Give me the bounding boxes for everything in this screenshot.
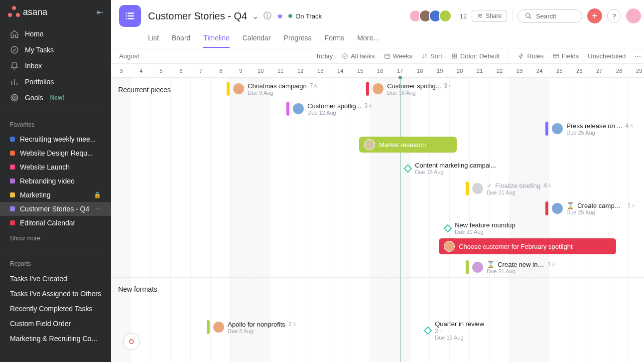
- favorite-project[interactable]: Customer Stories - Q4 ⋯: [0, 202, 111, 216]
- tab-timeline[interactable]: Timeline: [203, 29, 229, 48]
- timeline-view[interactable]: 3456789101112131415161718192021222324252…: [111, 64, 644, 362]
- grid-column: [370, 78, 390, 362]
- status-dot-icon: [288, 14, 292, 18]
- project-status[interactable]: On Track: [288, 12, 322, 20]
- task-color-pill: [545, 201, 548, 215]
- date-cell: 9: [231, 64, 251, 77]
- color-button[interactable]: Color: Default: [451, 52, 500, 60]
- task-color-pill: [466, 260, 469, 274]
- svg-point-3: [14, 97, 15, 98]
- nav-goals[interactable]: Goals New!: [0, 90, 111, 106]
- report-link[interactable]: Custom Field Order: [0, 316, 111, 331]
- timeline-task[interactable]: Market research: [359, 137, 457, 153]
- task-title: Choose customer for February spotlight: [459, 243, 572, 250]
- favorite-project[interactable]: Website Design Requ...: [0, 146, 111, 160]
- task-color-pill: [545, 122, 548, 136]
- tab-board[interactable]: Board: [172, 29, 190, 48]
- report-link[interactable]: Marketing & Recruiting Co...: [0, 331, 111, 346]
- favorite-project[interactable]: Editorial Calendar: [0, 216, 111, 230]
- favorite-project[interactable]: Website Launch: [0, 160, 111, 174]
- color-dot-icon: [10, 151, 15, 156]
- favorite-label: Editorial Calendar: [20, 219, 101, 227]
- help-button[interactable]: ?: [607, 9, 621, 23]
- main-area: Customer Stories - Q4 ⌄ ⓘ ★ On Track 12: [111, 0, 644, 362]
- assignee-avatar: [364, 139, 375, 150]
- timeline-task[interactable]: ⌛ Create new inf... 1 Due 21 Aug: [466, 260, 555, 274]
- subtask-count: 3: [444, 82, 452, 89]
- timeline-task[interactable]: Customer spotlig... 3 Due 16 Aug: [366, 82, 466, 96]
- favorite-project[interactable]: Marketing 🔒: [0, 188, 111, 202]
- grid-column: [629, 78, 644, 362]
- create-button[interactable]: +: [587, 8, 602, 23]
- timeline-task[interactable]: Choose customer for February spotlight: [439, 238, 616, 254]
- milestone-icon: [444, 224, 452, 232]
- collapse-sidebar-icon[interactable]: ⇤: [97, 7, 103, 17]
- grid-column: [131, 78, 151, 362]
- timeline-task[interactable]: Quarter in review 2 Due 19 Aug: [425, 320, 484, 341]
- zoom-weeks[interactable]: Weeks: [384, 52, 413, 60]
- timeline-task[interactable]: Customer spotlig... 3 Due 12 Aug: [286, 102, 386, 116]
- milestone-icon: [424, 326, 432, 335]
- record-icon: [129, 339, 134, 344]
- info-icon[interactable]: ⓘ: [263, 11, 271, 21]
- report-link[interactable]: Tasks I've Created: [0, 271, 111, 286]
- search-input[interactable]: Search: [517, 9, 582, 23]
- timeline-task[interactable]: Apollo for nonprofits 2 Due 8 Aug: [207, 320, 316, 334]
- task-title: Apollo for nonprofits 2: [228, 321, 296, 328]
- tab-list[interactable]: List: [148, 29, 159, 48]
- report-link[interactable]: Recently Completed Tasks: [0, 301, 111, 316]
- nav-inbox[interactable]: Inbox: [0, 58, 111, 74]
- favorite-project[interactable]: Rebranding video: [0, 174, 111, 188]
- share-button[interactable]: Share: [472, 10, 507, 22]
- rules-button[interactable]: Rules: [518, 52, 543, 60]
- divider: [512, 9, 513, 22]
- current-user-avatar[interactable]: [626, 8, 641, 23]
- today-button[interactable]: Today: [315, 52, 333, 60]
- assignee-avatar: [213, 321, 225, 333]
- fields-button[interactable]: Fields: [553, 52, 579, 60]
- grid-column: [589, 78, 609, 362]
- nav-home[interactable]: Home: [0, 26, 111, 42]
- timeline-task[interactable]: ⌛ Create campai... 1 Due 25 Aug: [545, 201, 635, 215]
- date-cell: 5: [151, 64, 171, 77]
- record-button[interactable]: [123, 333, 140, 350]
- timeline-task[interactable]: Press release on ... 4 Due 25 Aug: [545, 122, 635, 136]
- timeline-task[interactable]: ✓ Finalize briefing 4 Due 21 Aug: [466, 181, 565, 195]
- color-dot-icon: [10, 137, 15, 142]
- favorite-label: Marketing: [20, 191, 89, 199]
- nav-my-tasks[interactable]: My Tasks: [0, 42, 111, 58]
- primary-nav: Home My Tasks Inbox Portfolios Goals New…: [0, 24, 111, 108]
- task-color-pill: [366, 82, 369, 96]
- grid-column: [310, 78, 330, 362]
- tab-more[interactable]: More...: [357, 29, 379, 48]
- more-options-icon[interactable]: ⋯: [635, 52, 641, 60]
- more-icon[interactable]: ⋯: [95, 205, 101, 212]
- check-circle-icon: [342, 53, 348, 59]
- assignee-avatar: [372, 83, 384, 95]
- filter-tasks[interactable]: All tasks: [342, 52, 375, 60]
- asana-logo[interactable]: asana: [8, 6, 47, 18]
- member-avatars[interactable]: [412, 9, 452, 22]
- task-title: ⌛ Create new inf... 1: [487, 261, 555, 268]
- section-label: Recurrent pieces: [118, 86, 171, 94]
- tab-calendar[interactable]: Calendar: [243, 29, 271, 48]
- favorites-show-more[interactable]: Show more: [0, 230, 111, 247]
- timeline-task[interactable]: Christmas campaign 7 Due 9 Aug: [227, 82, 326, 96]
- color-icon: [451, 53, 458, 59]
- tab-progress[interactable]: Progress: [284, 29, 312, 48]
- favorite-project[interactable]: Recruiting weekly mee...: [0, 132, 111, 146]
- star-icon[interactable]: ★: [276, 11, 283, 21]
- nav-portfolios[interactable]: Portfolios: [0, 74, 111, 90]
- project-icon[interactable]: [119, 5, 141, 27]
- report-link[interactable]: Tasks I've Assigned to Others: [0, 286, 111, 301]
- unscheduled-button[interactable]: Unscheduled: [588, 52, 626, 60]
- timeline-task[interactable]: New feature roundup Due 20 Aug: [445, 221, 515, 235]
- task-title: Customer spotlig... 3: [387, 82, 452, 90]
- tab-forms[interactable]: Forms: [325, 29, 345, 48]
- grid-column: [569, 78, 589, 362]
- task-color-pill: [227, 82, 230, 96]
- timeline-task[interactable]: Content marketing campai... Due 18 Aug: [405, 162, 496, 175]
- title-chevron-icon[interactable]: ⌄: [252, 11, 258, 21]
- date-cell: 15: [350, 64, 370, 77]
- sort-button[interactable]: Sort: [421, 52, 442, 60]
